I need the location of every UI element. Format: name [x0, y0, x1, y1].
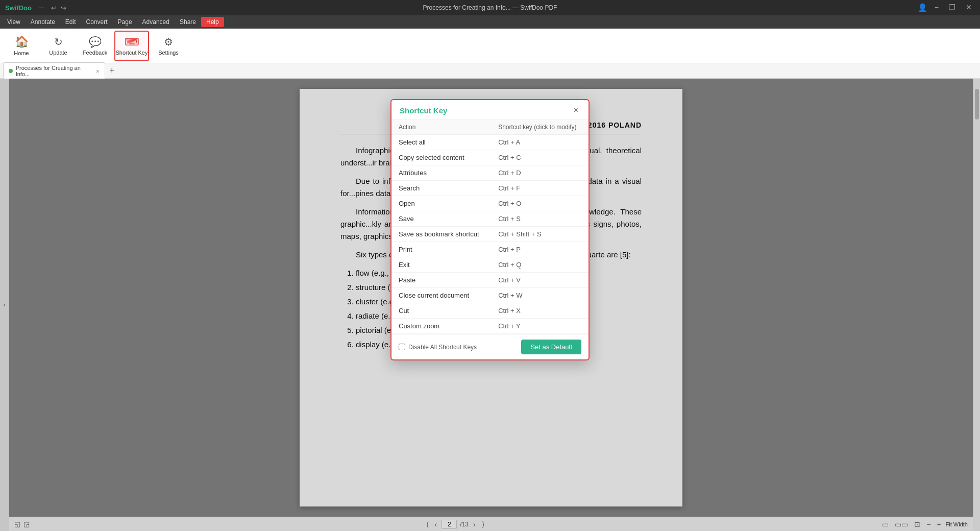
shortcut-key: Ctrl + Q	[491, 257, 589, 273]
redo-icon[interactable]: ↪	[61, 4, 66, 12]
shortcut-action: Close current document	[391, 288, 491, 303]
shortcut-key: Ctrl + Shift + S	[491, 227, 589, 242]
tab-label: Processes for Creating an Info...	[16, 65, 93, 77]
content-area: › ISD2016 POLAND Infographics can be a p…	[0, 79, 980, 531]
shortcut-action: Search	[391, 181, 491, 196]
user-icon[interactable]: 👤	[918, 3, 927, 12]
col-shortcut: Shortcut key (click to modify)	[491, 120, 589, 135]
settings-label: Settings	[158, 50, 179, 56]
settings-icon: ⚙	[164, 36, 173, 48]
menu-item-advanced[interactable]: Advanced	[137, 17, 175, 27]
menu-bar: View Annotate Edit Convert Page Advanced…	[0, 15, 980, 29]
tool-shortcut-key[interactable]: ⌨ Shortcut Key	[114, 31, 149, 61]
modal-footer: Disable All Shortcut Keys Set as Default	[391, 334, 589, 359]
menu-item-share[interactable]: Share	[175, 17, 201, 27]
shortcut-key: Ctrl + Y	[491, 319, 589, 334]
shortcut-key: Ctrl + W	[491, 288, 589, 303]
disable-shortcut-label[interactable]: Disable All Shortcut Keys	[399, 344, 477, 351]
shortcut-action: Cut	[391, 303, 491, 319]
shortcut-action: Open	[391, 196, 491, 211]
shortcut-key: Ctrl + O	[491, 196, 589, 211]
modal-title: Shortcut Key	[400, 106, 447, 115]
undo-icon[interactable]: ↩	[51, 4, 57, 12]
shortcut-action: Save as bookmark shortcut	[391, 227, 491, 242]
modal-overlay: Shortcut Key × Action Shortcut key (clic…	[0, 79, 980, 531]
set-default-btn[interactable]: Set as Default	[521, 340, 581, 354]
restore-btn[interactable]: ❐	[946, 3, 959, 12]
close-btn[interactable]: ✕	[963, 3, 975, 12]
shortcut-row[interactable]: SaveCtrl + S	[391, 211, 589, 227]
menu-item-page[interactable]: Page	[113, 17, 137, 27]
shortcut-row[interactable]: PasteCtrl + V	[391, 273, 589, 288]
shortcut-action: Exit	[391, 257, 491, 273]
shortcut-action: Select all	[391, 135, 491, 150]
shortcut-key-label: Shortcut Key	[116, 50, 148, 56]
title-bar: SwifDoo ─ ↩ ↪ Processes for Creating an …	[0, 0, 980, 15]
disable-shortcut-checkbox[interactable]	[399, 344, 405, 350]
shortcut-action: Copy selected content	[391, 150, 491, 165]
shortcut-action: Print	[391, 242, 491, 257]
shortcut-row[interactable]: Select allCtrl + A	[391, 135, 589, 150]
shortcut-key: Ctrl + X	[491, 303, 589, 319]
title-bar-minimize[interactable]: ─	[36, 4, 47, 12]
shortcut-key: Ctrl + S	[491, 211, 589, 227]
document-tab[interactable]: Processes for Creating an Info... ×	[3, 62, 105, 79]
shortcut-key: Ctrl + C	[491, 150, 589, 165]
shortcut-action: Custom zoom	[391, 319, 491, 334]
shortcut-row[interactable]: Custom zoomCtrl + Y	[391, 319, 589, 334]
tab-close-icon[interactable]: ×	[95, 67, 100, 75]
menu-item-edit[interactable]: Edit	[60, 17, 81, 27]
shortcut-action: Save	[391, 211, 491, 227]
shortcut-action: Paste	[391, 273, 491, 288]
shortcut-row[interactable]: AttributesCtrl + D	[391, 165, 589, 181]
shortcut-key: Ctrl + F	[491, 181, 589, 196]
tab-bar: Processes for Creating an Info... × +	[0, 63, 980, 79]
feedback-icon: 💬	[89, 36, 102, 48]
menu-item-convert[interactable]: Convert	[81, 17, 113, 27]
shortcut-row[interactable]: PrintCtrl + P	[391, 242, 589, 257]
shortcut-row[interactable]: OpenCtrl + O	[391, 196, 589, 211]
home-icon: 🏠	[15, 35, 29, 49]
new-tab-btn[interactable]: +	[107, 65, 117, 76]
shortcut-row[interactable]: SearchCtrl + F	[391, 181, 589, 196]
tool-settings[interactable]: ⚙ Settings	[151, 31, 186, 61]
shortcut-key-icon: ⌨	[125, 36, 139, 48]
shortcut-key: Ctrl + P	[491, 242, 589, 257]
home-label: Home	[14, 50, 29, 56]
shortcut-row[interactable]: CutCtrl + X	[391, 303, 589, 319]
modal-close-btn[interactable]: ×	[572, 105, 580, 115]
modal-header: Shortcut Key ×	[391, 100, 589, 120]
feedback-label: Feedback	[83, 50, 107, 56]
shortcut-row[interactable]: Copy selected contentCtrl + C	[391, 150, 589, 165]
shortcut-row[interactable]: ExitCtrl + Q	[391, 257, 589, 273]
shortcut-row[interactable]: Save as bookmark shortcutCtrl + Shift + …	[391, 227, 589, 242]
menu-item-annotate[interactable]: Annotate	[26, 17, 60, 27]
tab-dot	[9, 69, 13, 73]
shortcut-key: Ctrl + A	[491, 135, 589, 150]
toolbar: 🏠 Home ↻ Update 💬 Feedback ⌨ Shortcut Ke…	[0, 29, 980, 63]
tool-feedback[interactable]: 💬 Feedback	[78, 31, 112, 61]
shortcut-action: Attributes	[391, 165, 491, 181]
menu-item-help[interactable]: Help	[201, 17, 224, 27]
app-logo-icon: SwifDoo	[5, 4, 32, 12]
shortcut-table: Action Shortcut key (click to modify) Se…	[391, 120, 589, 334]
update-icon: ↻	[54, 36, 63, 48]
shortcut-row[interactable]: Close current documentCtrl + W	[391, 288, 589, 303]
tool-update[interactable]: ↻ Update	[41, 31, 76, 61]
shortcut-modal: Shortcut Key × Action Shortcut key (clic…	[390, 99, 590, 360]
shortcut-key: Ctrl + V	[491, 273, 589, 288]
tool-home[interactable]: 🏠 Home	[4, 31, 39, 61]
update-label: Update	[49, 50, 67, 56]
window-title: Processes for Creating an Info... — Swif…	[423, 4, 557, 11]
col-action: Action	[391, 120, 491, 135]
disable-label-text: Disable All Shortcut Keys	[408, 344, 477, 351]
minimize-btn[interactable]: −	[932, 3, 942, 12]
menu-item-view[interactable]: View	[2, 17, 26, 27]
shortcut-key: Ctrl + D	[491, 165, 589, 181]
